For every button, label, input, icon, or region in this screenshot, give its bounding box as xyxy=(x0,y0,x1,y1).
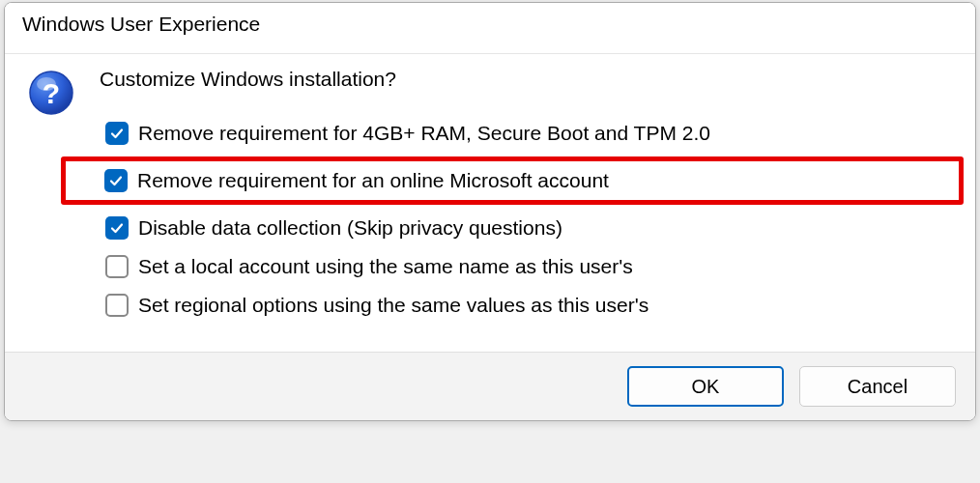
checkbox-icon[interactable] xyxy=(105,122,129,145)
option-label: Remove requirement for 4GB+ RAM, Secure … xyxy=(138,122,710,145)
svg-text:?: ? xyxy=(43,77,60,109)
dialog-window: Windows User Experience ? xyxy=(4,2,976,421)
highlight-box: Remove requirement for an online Microso… xyxy=(61,156,964,205)
ok-button[interactable]: OK xyxy=(627,366,784,407)
cancel-button[interactable]: Cancel xyxy=(799,366,956,407)
option-remove-online-account[interactable]: Remove requirement for an online Microso… xyxy=(99,161,959,200)
dialog-title: Windows User Experience xyxy=(5,3,975,54)
checkbox-icon[interactable] xyxy=(105,216,129,240)
option-local-account[interactable]: Set a local account using the same name … xyxy=(100,247,956,286)
checkbox-icon[interactable] xyxy=(104,169,128,192)
option-label: Set a local account using the same name … xyxy=(138,255,633,278)
option-label: Remove requirement for an online Microso… xyxy=(137,169,609,192)
option-regional-options[interactable]: Set regional options using the same valu… xyxy=(100,286,956,325)
question-icon: ? xyxy=(28,70,74,116)
dialog-heading: Customize Windows installation? xyxy=(100,68,956,91)
checkbox-icon[interactable] xyxy=(105,294,129,317)
option-label: Set regional options using the same valu… xyxy=(138,294,649,317)
checkbox-icon[interactable] xyxy=(105,255,129,278)
option-disable-data-collection[interactable]: Disable data collection (Skip privacy qu… xyxy=(100,209,956,247)
main-column: Customize Windows installation? Remove r… xyxy=(100,68,956,325)
option-remove-ram-tpm[interactable]: Remove requirement for 4GB+ RAM, Secure … xyxy=(100,114,956,153)
dialog-footer: OK Cancel xyxy=(5,352,975,420)
dialog-content: ? Customize Windows installation? Remove… xyxy=(5,54,975,352)
option-label: Disable data collection (Skip privacy qu… xyxy=(138,216,562,240)
